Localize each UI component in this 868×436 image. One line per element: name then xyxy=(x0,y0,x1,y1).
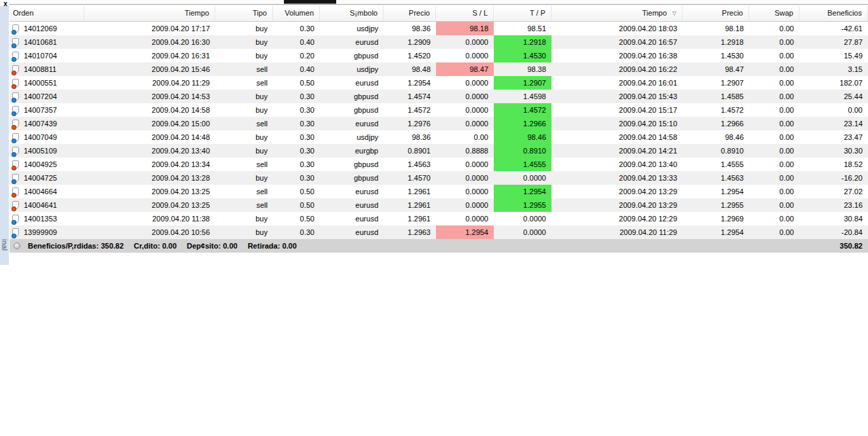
history-rows: 14012069 2009.04.20 17:17 buy 0.30 usdjp… xyxy=(10,22,868,239)
type-cell: buy xyxy=(215,144,273,158)
close-price-cell: 1.2969 xyxy=(683,212,749,225)
profit-cell: 23.14 xyxy=(799,117,868,130)
balance-icon xyxy=(14,242,20,249)
column-header-simbolo[interactable]: S¡mbolo xyxy=(320,6,384,21)
order-document-icon xyxy=(12,228,19,237)
history-row[interactable]: 14007049 2009.04.20 14:48 buy 0.30 usdjp… xyxy=(10,130,868,144)
order-cell: 14010681 xyxy=(10,35,84,49)
type-cell: buy xyxy=(215,22,273,35)
order-document-icon xyxy=(12,147,19,156)
history-row[interactable]: 14007357 2009.04.20 14:58 buy 0.30 gbpus… xyxy=(10,103,868,117)
order-cell: 14004725 xyxy=(10,171,84,185)
history-row[interactable]: 14008811 2009.04.20 15:46 sell 0.40 usdj… xyxy=(10,62,868,76)
column-header-tipo[interactable]: Tipo xyxy=(215,6,273,21)
order-cell: 14004664 xyxy=(10,185,84,198)
history-row[interactable]: 14010681 2009.04.20 16:30 buy 0.40 eurus… xyxy=(10,35,868,49)
type-cell: buy xyxy=(215,35,273,49)
summary-withdrawal: Retirada: 0.00 xyxy=(248,242,297,250)
history-row[interactable]: 14007439 2009.04.20 15:00 sell 0.30 euru… xyxy=(10,117,868,130)
column-header-sl[interactable]: S / L xyxy=(436,6,494,21)
history-row[interactable]: 14000551 2009.04.20 11:29 sell 0.50 euru… xyxy=(10,76,868,90)
type-cell: sell xyxy=(215,62,273,76)
profit-cell: -42.61 xyxy=(799,22,868,35)
take-profit-cell: 1.4530 xyxy=(494,49,551,62)
order-type-dot-icon xyxy=(12,166,16,170)
open-price-cell: 98.36 xyxy=(384,130,436,144)
column-header-beneficios[interactable]: Beneficios xyxy=(799,6,868,21)
symbol-cell: usdjpy xyxy=(320,130,384,144)
terminal-vertical-tab[interactable]: inal xyxy=(0,239,9,265)
column-header-tp[interactable]: T / P xyxy=(494,6,551,21)
history-row[interactable]: 14007204 2009.04.20 14:53 buy 0.30 gbpus… xyxy=(10,90,868,103)
profit-cell: 30.84 xyxy=(799,212,868,225)
open-price-cell: 1.4563 xyxy=(384,158,436,171)
summary-credit: Cr,dito: 0.00 xyxy=(134,242,177,250)
take-profit-cell: 1.4555 xyxy=(494,158,551,171)
stop-loss-cell: 0.00 xyxy=(436,130,494,144)
history-row[interactable]: 14004641 2009.04.20 13:25 sell 0.50 euru… xyxy=(10,198,868,212)
close-time-cell: 2009.04.20 16:38 xyxy=(551,49,683,62)
order-cell: 14010704 xyxy=(10,49,84,62)
profit-cell: 25.44 xyxy=(799,90,868,103)
volume-cell: 0.50 xyxy=(273,198,320,212)
symbol-cell: gbpusd xyxy=(320,171,384,185)
history-row[interactable]: 14004725 2009.04.20 13:28 buy 0.30 gbpus… xyxy=(10,171,868,185)
type-cell: sell xyxy=(215,158,273,171)
open-time-cell: 2009.04.20 14:48 xyxy=(84,130,215,144)
open-time-cell: 2009.04.20 13:25 xyxy=(84,185,215,198)
column-header-tiempo-open[interactable]: Tiempo xyxy=(84,6,215,21)
swap-cell: 0.00 xyxy=(749,90,799,103)
column-header-precio-open[interactable]: Precio xyxy=(384,6,436,21)
history-row[interactable]: 14012069 2009.04.20 17:17 buy 0.30 usdjp… xyxy=(10,22,868,35)
open-price-cell: 1.4574 xyxy=(384,90,436,103)
column-header-tiempo-close[interactable]: Tiempo▽ xyxy=(551,6,683,21)
order-number: 14007049 xyxy=(24,130,57,144)
column-header-swap[interactable]: Swap xyxy=(749,6,799,21)
summary-deposit: Dep¢sito: 0.00 xyxy=(187,242,238,250)
history-row[interactable]: 13999909 2009.04.20 10:56 buy 0.30 eurus… xyxy=(10,225,868,239)
history-row[interactable]: 14004925 2009.04.20 13:34 sell 0.30 gbpu… xyxy=(10,158,868,171)
order-number: 14007204 xyxy=(24,90,57,103)
column-header-volumen[interactable]: Volumen xyxy=(273,6,320,21)
history-row[interactable]: 14010704 2009.04.20 16:31 buy 0.20 gbpus… xyxy=(10,49,868,62)
volume-cell: 0.50 xyxy=(273,185,320,198)
order-document-icon xyxy=(12,79,19,88)
type-cell: buy xyxy=(215,49,273,62)
take-profit-cell: 0.8910 xyxy=(494,144,551,158)
order-document-icon xyxy=(12,187,19,196)
open-price-cell: 1.2976 xyxy=(384,117,436,130)
take-profit-cell: 98.46 xyxy=(494,130,551,144)
symbol-cell: gbpusd xyxy=(320,90,384,103)
summary-total: 350.82 xyxy=(839,242,868,250)
symbol-cell: eurusd xyxy=(320,185,384,198)
history-row[interactable]: 14004664 2009.04.20 13:25 sell 0.50 euru… xyxy=(10,185,868,198)
close-price-cell: 0.8910 xyxy=(683,144,749,158)
column-header-precio-close[interactable]: Precio xyxy=(683,6,749,21)
order-type-dot-icon xyxy=(12,30,16,35)
volume-cell: 0.30 xyxy=(273,144,320,158)
close-time-cell: 2009.04.20 12:29 xyxy=(551,212,683,225)
swap-cell: 0.00 xyxy=(749,103,799,117)
order-cell: 14007357 xyxy=(10,103,84,117)
swap-cell: 0.00 xyxy=(749,198,799,212)
take-profit-cell: 1.2966 xyxy=(494,117,551,130)
open-time-cell: 2009.04.20 13:25 xyxy=(84,198,215,212)
volume-cell: 0.20 xyxy=(273,49,320,62)
symbol-cell: eurusd xyxy=(320,225,384,239)
order-type-dot-icon xyxy=(12,179,16,184)
open-time-cell: 2009.04.20 15:46 xyxy=(84,62,215,76)
order-number: 14008811 xyxy=(24,62,56,76)
symbol-cell: eurusd xyxy=(320,35,384,49)
order-document-icon xyxy=(12,120,19,128)
history-row[interactable]: 14005109 2009.04.20 13:40 buy 0.30 eurgb… xyxy=(10,144,868,158)
column-header-orden[interactable]: Orden xyxy=(10,6,84,21)
order-document-icon xyxy=(12,174,19,183)
history-row[interactable]: 14001353 2009.04.20 11:38 buy 0.50 eurus… xyxy=(10,212,868,225)
open-time-cell: 2009.04.20 13:34 xyxy=(84,158,215,171)
stop-loss-cell: 0.8888 xyxy=(436,144,494,158)
order-cell: 14012069 xyxy=(10,22,84,35)
profit-cell: -16.20 xyxy=(799,171,868,185)
profit-cell: 23.16 xyxy=(799,198,868,212)
open-price-cell: 1.4520 xyxy=(384,49,436,62)
swap-cell: 0.00 xyxy=(749,130,799,144)
